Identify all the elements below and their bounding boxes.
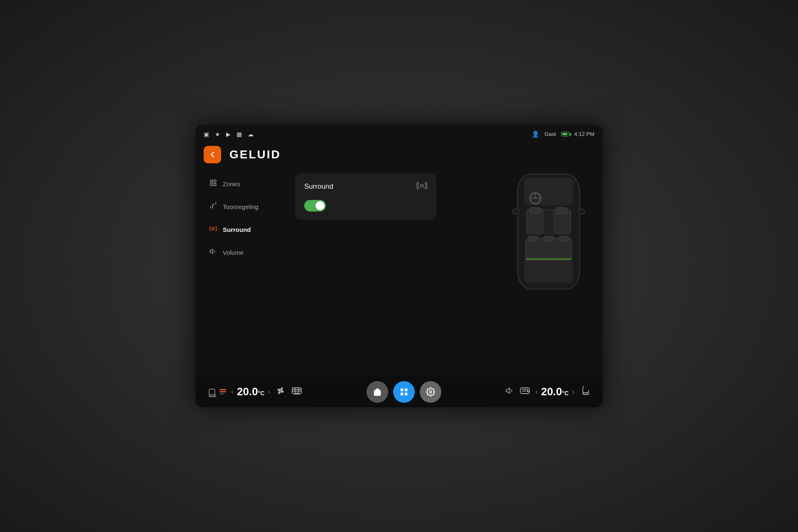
car-top-view	[503, 165, 594, 298]
temp-value-right: 20.0°C	[541, 385, 569, 398]
volume-sidebar-icon	[209, 248, 218, 257]
temp-control-left: ‹ 20.0°C ›	[231, 385, 270, 398]
surround-card-title: Surround	[304, 182, 333, 191]
user-icon: 👤	[532, 131, 539, 138]
heat-bar-3	[219, 393, 224, 394]
battery-icon	[561, 132, 569, 136]
main-content: Zones Toonregeling	[195, 169, 603, 377]
svg-rect-18	[543, 209, 554, 234]
sidebar-item-surround[interactable]: Surround	[204, 219, 287, 240]
svg-rect-15	[528, 236, 538, 241]
status-bar: ▣ ★ ▶ ▩ ☁ 👤 Gast 4:12 PM	[195, 125, 603, 143]
svg-rect-3	[214, 184, 216, 186]
heat-bars-left	[219, 389, 226, 394]
cloud-icon: ☁	[248, 131, 254, 138]
temp-value-left: 20.0°C	[237, 385, 264, 398]
surround-toggle-container	[304, 200, 427, 212]
svg-rect-35	[401, 388, 403, 391]
navigation-icon: ▶	[226, 131, 231, 138]
sidebar-label-surround: Surround	[223, 226, 251, 233]
svg-rect-38	[405, 392, 407, 395]
passenger-seat-icon	[581, 385, 590, 398]
sidebar: Zones Toonregeling	[204, 169, 287, 377]
heat-grid-icon	[291, 385, 303, 399]
svg-rect-9	[524, 258, 573, 283]
sidebar-item-zones[interactable]: Zones	[204, 173, 287, 195]
settings-button[interactable]	[420, 381, 441, 403]
temp-up-left[interactable]: ›	[268, 387, 270, 396]
svg-rect-2	[210, 184, 212, 186]
time-display: 4:12 PM	[574, 131, 594, 137]
svg-marker-40	[506, 388, 510, 394]
climate-left: ‹ 20.0°C ›	[208, 385, 303, 399]
svg-point-39	[429, 391, 432, 393]
svg-rect-12	[530, 207, 541, 214]
climate-right: ‹ 20.0°C ›	[505, 385, 590, 398]
temp-down-right[interactable]: ‹	[535, 387, 538, 396]
apps-button[interactable]	[393, 381, 415, 403]
toggle-thumb	[315, 201, 325, 210]
heat-bar-1	[219, 389, 226, 390]
message-icon: ▣	[204, 131, 209, 138]
ac-icon	[520, 385, 530, 398]
zones-icon	[209, 179, 218, 189]
svg-rect-1	[214, 180, 216, 182]
toonregeling-icon	[209, 202, 218, 212]
fan-icon	[275, 385, 286, 399]
sidebar-item-volume[interactable]: Volume	[204, 242, 287, 263]
temp-control-right: ‹ 20.0°C ›	[535, 385, 574, 398]
svg-rect-17	[559, 236, 569, 241]
svg-rect-0	[210, 180, 212, 182]
nav-buttons	[367, 381, 441, 403]
back-chevron-icon	[208, 150, 217, 159]
svg-marker-5	[210, 249, 213, 254]
bottom-bar: ‹ 20.0°C ›	[195, 376, 603, 407]
username: Gast	[544, 131, 556, 137]
svg-rect-30	[292, 388, 301, 394]
back-button[interactable]	[204, 146, 221, 163]
svg-rect-8	[524, 178, 573, 205]
volume-right-icon	[505, 386, 515, 397]
page-title: GELUID	[229, 148, 281, 161]
svg-rect-36	[405, 388, 407, 391]
surround-sound-icon	[416, 182, 427, 192]
svg-point-23	[512, 209, 520, 214]
surround-icon	[209, 225, 218, 234]
sidebar-label-volume: Volume	[223, 249, 244, 256]
svg-point-4	[212, 227, 214, 230]
svg-point-6	[421, 185, 424, 187]
main-screen: ▣ ★ ▶ ▩ ☁ 👤 Gast 4:12 PM GELUID	[195, 125, 603, 407]
svg-rect-22	[526, 258, 572, 260]
seat-heat-left-icon	[208, 387, 226, 397]
svg-rect-16	[544, 236, 553, 241]
surround-card-header: Surround	[304, 182, 427, 192]
content-area: Surround	[295, 169, 495, 377]
svg-point-44	[527, 391, 528, 392]
surround-card: Surround	[295, 173, 436, 220]
svg-rect-25	[209, 389, 215, 395]
signal-icon: ▩	[236, 131, 242, 138]
svg-rect-37	[401, 392, 403, 395]
svg-rect-45	[583, 393, 589, 394]
svg-rect-13	[557, 207, 567, 214]
sidebar-label-zones: Zones	[223, 180, 240, 187]
status-right: 👤 Gast 4:12 PM	[532, 131, 594, 138]
status-icons-left: ▣ ★ ▶ ▩ ☁	[204, 131, 254, 138]
heat-bar-2	[219, 391, 226, 392]
home-button[interactable]	[367, 381, 388, 403]
sidebar-item-toonregeling[interactable]: Toonregeling	[204, 196, 287, 217]
toggle-track	[304, 200, 326, 212]
temp-up-right[interactable]: ›	[572, 387, 574, 396]
sidebar-label-toonregeling: Toonregeling	[223, 203, 259, 210]
svg-point-24	[578, 209, 585, 214]
bluetooth-icon: ★	[215, 131, 220, 138]
surround-toggle[interactable]	[304, 200, 326, 212]
car-svg	[503, 165, 594, 298]
temp-down-left[interactable]: ‹	[231, 387, 234, 396]
